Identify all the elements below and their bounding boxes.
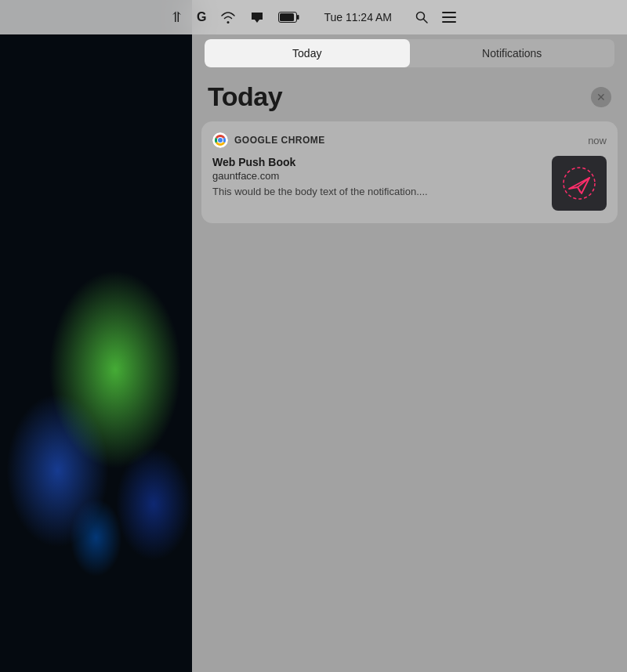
menu-icon[interactable] — [442, 12, 456, 23]
svg-line-4 — [424, 20, 428, 23]
tab-today[interactable]: Today — [205, 39, 410, 67]
svg-point-11 — [218, 138, 223, 143]
svg-rect-6 — [442, 16, 456, 18]
notification-time: now — [588, 135, 607, 146]
battery-icon — [278, 12, 300, 23]
notification-app-info: GOOGLE CHROME — [212, 132, 325, 148]
close-button[interactable]: ✕ — [591, 87, 611, 107]
today-title: Today — [208, 81, 282, 112]
nc-tab-bar: Today Notifications — [205, 39, 614, 67]
notification-center-panel: Today Notifications Today ✕ — [192, 0, 627, 672]
notification-title: Web Push Book — [212, 156, 542, 168]
svg-rect-2 — [297, 15, 299, 20]
notification-card[interactable]: GOOGLE CHROME now Web Push Book gauntfac… — [201, 121, 618, 223]
notification-message: This would be the body text of the notif… — [212, 185, 542, 199]
wallpaper-background — [0, 0, 192, 672]
menubar-system-icons: ⥣ G Tue 11:24 AM — [171, 9, 456, 26]
svg-rect-5 — [442, 12, 456, 13]
notification-thumbnail — [552, 156, 607, 211]
notification-header: GOOGLE CHROME now — [212, 132, 607, 148]
desktop-wallpaper — [0, 0, 192, 672]
google-chrome-menubar-icon: G — [197, 10, 206, 24]
notification-app-name: GOOGLE CHROME — [234, 135, 325, 146]
notification-body: Web Push Book gauntface.com This would b… — [212, 156, 607, 211]
svg-rect-1 — [280, 13, 294, 21]
close-icon: ✕ — [596, 91, 606, 103]
notification-subtitle: gauntface.com — [212, 170, 542, 182]
svg-rect-7 — [442, 21, 456, 23]
tab-notifications[interactable]: Notifications — [410, 39, 615, 67]
search-icon[interactable] — [415, 11, 428, 23]
today-header: Today ✕ — [192, 67, 627, 121]
notification-text-content: Web Push Book gauntface.com This would b… — [212, 156, 542, 199]
chrome-app-icon — [212, 132, 228, 148]
menubar-time: Tue 11:24 AM — [324, 11, 392, 23]
airplay-icon — [250, 11, 264, 23]
fork-icon: ⥣ — [171, 9, 183, 26]
wifi-icon — [220, 11, 236, 23]
menu-bar: ⥣ G Tue 11:24 AM — [0, 0, 627, 34]
